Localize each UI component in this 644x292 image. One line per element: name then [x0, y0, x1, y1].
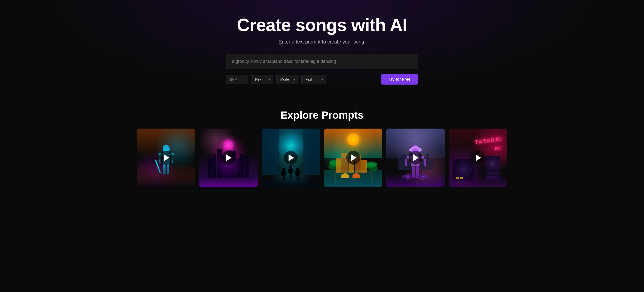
key-selector-wrapper: Key C C# D D# E F F# G G# A A# B ▼: [251, 75, 273, 84]
tropical-sun: [347, 133, 360, 146]
svg-rect-37: [420, 148, 422, 151]
card-1-shadow: [137, 167, 196, 187]
svg-point-59: [461, 168, 466, 172]
bpm-input[interactable]: [226, 75, 248, 84]
prompt-card-3[interactable]: [262, 128, 320, 187]
hero-subtitle: Enter a text prompt to create your song.: [278, 39, 365, 45]
svg-rect-36: [410, 148, 412, 151]
play-button-5[interactable]: [408, 151, 422, 165]
play-icon-6: [476, 154, 481, 161]
card-6-floor-glow: [449, 175, 507, 187]
explore-section: Explore Prompts: [0, 104, 644, 197]
play-icon-2: [226, 154, 232, 161]
play-button-1[interactable]: [159, 151, 173, 165]
svg-rect-12: [285, 171, 286, 175]
retro-sun: [224, 140, 233, 150]
play-icon-4: [351, 154, 356, 161]
svg-rect-17: [288, 169, 290, 173]
svg-point-15: [289, 165, 292, 169]
prompt-card-4[interactable]: [324, 128, 382, 187]
play-button-6[interactable]: [471, 151, 485, 165]
card-3-floor: [262, 175, 320, 187]
page-title: Create songs with AI: [237, 15, 407, 35]
key-select[interactable]: Key C C# D D# E F F# G G# A A# B: [251, 75, 273, 84]
neon-sign-text: TATAKKI: [474, 135, 503, 146]
neon-sign-text-2: NE: [494, 146, 501, 151]
play-icon-5: [413, 154, 419, 161]
prompt-card-2[interactable]: [199, 128, 258, 187]
explore-title: Explore Prompts: [10, 109, 634, 121]
mode-selector-wrapper: Mode Major Minor ▼: [276, 75, 298, 84]
svg-rect-42: [424, 159, 426, 166]
svg-point-21: [296, 168, 299, 171]
hero-section: Create songs with AI Enter a text prompt…: [0, 0, 644, 104]
svg-rect-54: [487, 173, 498, 175]
svg-point-9: [282, 168, 285, 171]
prompt-input-container: [226, 54, 418, 69]
play-button-3[interactable]: [284, 151, 298, 165]
svg-rect-41: [405, 159, 407, 166]
svg-rect-11: [282, 171, 283, 175]
play-button-2[interactable]: [222, 151, 235, 165]
beach-items: [342, 173, 360, 178]
prompts-grid: TATAKKI NE: [137, 128, 507, 187]
prompt-card-5[interactable]: [386, 128, 445, 187]
svg-rect-16: [289, 168, 292, 174]
svg-rect-18: [292, 169, 293, 173]
prompt-input[interactable]: [226, 54, 418, 69]
prompt-card-1[interactable]: [137, 128, 196, 187]
dj-floor-glow: [386, 173, 445, 187]
mode-select[interactable]: Mode Major Minor: [276, 75, 298, 84]
play-button-4[interactable]: [346, 151, 360, 165]
svg-rect-23: [295, 171, 296, 175]
speed-select[interactable]: Slow Medium Fast: [302, 75, 326, 84]
try-free-button[interactable]: Try for Free: [380, 74, 418, 85]
controls-row: Key C C# D D# E F F# G G# A A# B ▼: [226, 74, 418, 85]
svg-rect-24: [299, 171, 300, 175]
play-icon-3: [288, 154, 294, 161]
speed-selector-wrapper: Slow Medium Fast ▼: [302, 75, 326, 84]
svg-point-53: [491, 162, 494, 166]
play-icon-1: [164, 154, 169, 161]
prompt-card-6[interactable]: TATAKKI NE: [449, 128, 507, 187]
